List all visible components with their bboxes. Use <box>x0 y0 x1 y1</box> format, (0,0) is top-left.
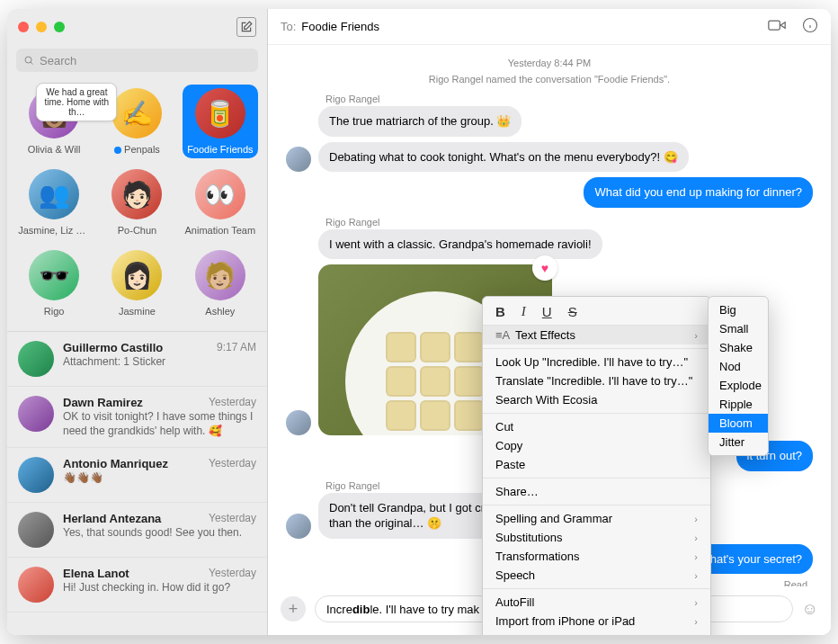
menu-speech[interactable]: Speech› <box>483 566 710 585</box>
effect-option[interactable]: Ripple <box>709 395 768 414</box>
facetime-button[interactable] <box>768 19 786 34</box>
menu-substitutions[interactable]: Substitutions› <box>483 528 710 547</box>
emoji-button[interactable]: ☺ <box>802 600 818 619</box>
context-menu[interactable]: B I U S ≡AText Effects› Look Up "Incredi… <box>482 296 711 635</box>
conv-preview: Hi! Just checking in. How did it go? <box>63 580 256 595</box>
conversation-row[interactable]: Antonio ManriquezYesterday👋🏾👋🏾👋🏾 <box>7 448 267 503</box>
menu-search[interactable]: Search With Ecosia <box>483 390 710 409</box>
effect-option[interactable]: Jitter <box>709 433 768 452</box>
pin-label: Animation Team <box>184 225 255 236</box>
message-bubble[interactable]: What did you end up making for dinner? <box>584 177 813 208</box>
avatar <box>286 410 311 435</box>
chevron-right-icon: › <box>694 330 698 341</box>
pinned-conversation[interactable]: 🧑🏼Ashley <box>183 246 258 320</box>
message-bubble[interactable]: Debating what to cook tonight. What's on… <box>318 142 689 173</box>
pinned-conversation[interactable]: 👥Jasmine, Liz &… <box>16 165 92 239</box>
pinned-conversation[interactable]: ✍️PenpalsWe had a great time. Home with … <box>99 85 174 158</box>
svg-point-0 <box>25 57 31 63</box>
search-input[interactable]: Search <box>16 49 258 72</box>
avatar <box>18 457 54 493</box>
menu-services[interactable]: Services› <box>483 631 710 635</box>
pin-label: Ashley <box>205 306 235 317</box>
menu-translate[interactable]: Translate "Incredible. I'll have to try…… <box>483 371 710 390</box>
chevron-right-icon: › <box>694 514 698 524</box>
menu-spelling[interactable]: Spelling and Grammar› <box>483 509 710 528</box>
bold-button[interactable]: B <box>495 304 505 319</box>
tapback-heart-icon[interactable]: ♥ <box>532 255 557 281</box>
pin-label: Rigo <box>44 306 65 317</box>
avatar: 👩🏻 <box>111 250 162 300</box>
sender-label: Rigo Rangel <box>325 94 813 104</box>
conv-time: Yesterday <box>209 567 256 580</box>
avatar <box>18 567 54 603</box>
attach-button[interactable]: + <box>281 596 306 622</box>
avatar <box>18 341 54 377</box>
sender-label: Rigo Rangel <box>325 217 813 228</box>
sys-event: Rigo Rangel named the conversation "Food… <box>286 74 813 85</box>
svg-rect-1 <box>769 21 780 30</box>
avatar <box>18 396 54 432</box>
avatar: ✍️ <box>111 88 162 139</box>
conversation-row[interactable]: Dawn RamirezYesterdayOK to visit tonight… <box>7 387 267 448</box>
fullscreen-button[interactable] <box>54 22 65 32</box>
search-icon <box>23 55 34 66</box>
effect-option[interactable]: Shake <box>709 338 768 357</box>
format-row: B I U S <box>483 300 710 326</box>
conversation-list[interactable]: Guillermo Castillo9:17 AMAttachment: 1 S… <box>7 331 267 635</box>
conversation-row[interactable]: Guillermo Castillo9:17 AMAttachment: 1 S… <box>7 332 267 387</box>
info-button[interactable] <box>802 17 818 36</box>
conv-name: Dawn Ramirez <box>63 396 143 409</box>
message-bubble[interactable]: I went with a classic. Grandpa's homemad… <box>318 229 602 260</box>
pin-label: Olivia & Will <box>28 144 81 155</box>
chevron-right-icon: › <box>694 570 698 581</box>
message-bubble[interactable]: The true matriarch of the group. 👑 <box>318 106 522 137</box>
effect-option[interactable]: Nod <box>709 357 768 376</box>
pin-label: Penpals <box>114 144 160 155</box>
conv-time: 9:17 AM <box>217 341 256 354</box>
menu-import[interactable]: Import from iPhone or iPad› <box>483 612 710 631</box>
menu-autofill[interactable]: AutoFill› <box>483 593 710 612</box>
text-effects-submenu[interactable]: BigSmallShakeNodExplodeRippleBloomJitter <box>708 296 769 456</box>
effect-option[interactable]: Bloom <box>709 414 768 433</box>
conv-time: Yesterday <box>209 457 256 470</box>
to-label: To: <box>281 20 296 33</box>
pinned-conversation[interactable]: 🥫Foodie Friends <box>183 85 258 158</box>
titlebar <box>7 9 267 45</box>
pinned-conversation[interactable]: 🧑🏻Po-Chun <box>99 165 174 239</box>
messages-window: Search 👩🏽Olivia & Will✍️PenpalsWe had a … <box>7 9 831 635</box>
conversation-row[interactable]: Herland AntezanaYesterdayYes, that sound… <box>7 503 267 558</box>
pin-label: Po-Chun <box>118 225 156 236</box>
italic-button[interactable]: I <box>522 304 526 319</box>
pinned-conversation[interactable]: 🕶️Rigo <box>16 246 92 320</box>
pinned-conversation[interactable]: 👩🏻Jasmine <box>99 246 174 320</box>
menu-lookup[interactable]: Look Up "Incredible. I'll have to try…" <box>483 353 710 371</box>
avatar: 🥫 <box>195 88 245 139</box>
strike-button[interactable]: S <box>568 304 577 319</box>
menu-transformations[interactable]: Transformations› <box>483 547 710 566</box>
conv-name: Elena Lanot <box>63 567 129 580</box>
menu-paste[interactable]: Paste <box>483 455 710 474</box>
effect-option[interactable]: Explode <box>709 376 768 395</box>
pinned-conversation[interactable]: 👀Animation Team <box>183 165 258 239</box>
avatar <box>286 147 311 172</box>
conv-name: Guillermo Castillo <box>63 341 163 354</box>
underline-button[interactable]: U <box>542 304 552 319</box>
effect-option[interactable]: Small <box>709 319 768 338</box>
menu-share[interactable]: Share… <box>483 482 710 501</box>
compose-button[interactable] <box>236 17 256 37</box>
sys-timestamp: Yesterday 8:44 PM <box>286 58 813 68</box>
chevron-right-icon: › <box>694 616 698 627</box>
conversation-row[interactable]: Elena LanotYesterdayHi! Just checking in… <box>7 558 267 613</box>
conv-time: Yesterday <box>209 512 256 525</box>
effect-option[interactable]: Big <box>709 300 768 319</box>
menu-text-effects[interactable]: ≡AText Effects› <box>483 326 710 344</box>
avatar <box>286 514 311 539</box>
menu-cut[interactable]: Cut <box>483 417 710 436</box>
menu-copy[interactable]: Copy <box>483 436 710 455</box>
window-controls <box>18 22 65 32</box>
pin-label: Jasmine <box>119 306 156 317</box>
conv-name: Herland Antezana <box>63 512 161 525</box>
chevron-right-icon: › <box>694 551 698 562</box>
minimize-button[interactable] <box>36 22 47 32</box>
close-button[interactable] <box>18 22 29 32</box>
